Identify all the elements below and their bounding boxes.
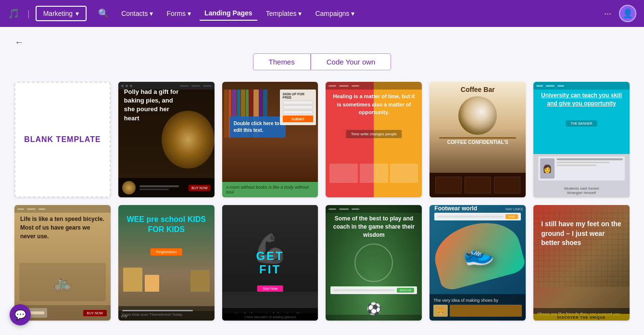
content-area: ← Themes Code Your own BLANK TEMPLATE: [0, 27, 644, 335]
more-options-icon[interactable]: ···: [600, 9, 615, 19]
footwear-title: Footwear world: [434, 205, 477, 212]
templates-chevron-icon: ▾: [298, 10, 302, 17]
university-text: University can teach you skill and give …: [539, 91, 624, 108]
contacts-label: Contacts: [121, 10, 148, 17]
landing-pages-label: Landing Pages: [204, 9, 253, 17]
template-card-university[interactable]: University can teach you skill and give …: [533, 82, 630, 197]
user-avatar[interactable]: 👤: [619, 5, 636, 22]
nav-divider: |: [27, 9, 30, 19]
template-card-book[interactable]: Double click here to edit this text. SIG…: [222, 82, 318, 197]
template-grid: BLANK TEMPLATE Polly had a gift for baki…: [14, 82, 630, 321]
campaigns-chevron-icon: ▾: [351, 10, 354, 17]
campaigns-nav-link[interactable]: Campaigns ▾: [310, 7, 359, 20]
template-card-medical[interactable]: Healing is a matter of time, but it is s…: [326, 82, 422, 197]
tab-themes[interactable]: Themes: [253, 53, 311, 70]
medical-text: Healing is a matter of time, but it is s…: [330, 92, 417, 116]
template-card-bread[interactable]: Polly had a gift for baking pies, and sh…: [118, 82, 215, 197]
kids-title-text: WEE pre school KIDS FOR KIDS: [118, 215, 215, 235]
blank-template-label: BLANK TEMPLATE: [24, 135, 101, 144]
template-card-footwear[interactable]: FIND Footwear world NAV LINKS 👟 The very…: [429, 205, 526, 321]
tab-code-your-own[interactable]: Code Your own: [311, 53, 391, 70]
tab-bar: Themes Code Your own: [14, 53, 630, 70]
template-card-coffee[interactable]: Coffee Bar COFFEE CONFIDENTIAL'S: [429, 82, 526, 197]
shoes-quote-text: I still have my feet on the ground – I j…: [541, 219, 622, 248]
app-logo-icon: 🎵: [8, 8, 20, 19]
landing-pages-nav-link[interactable]: Landing Pages: [200, 6, 257, 21]
marketing-label: Marketing: [43, 10, 73, 17]
template-card-kids[interactable]: WEE pre school KIDS FOR KIDS Registratio…: [118, 205, 215, 321]
template-card-quote[interactable]: Life is like a ten speed bicycle. Most o…: [14, 205, 111, 321]
coffee-title: Coffee Bar: [461, 86, 495, 93]
forms-nav-link[interactable]: Forms ▾: [162, 7, 196, 20]
contacts-chevron-icon: ▾: [150, 10, 153, 17]
forms-chevron-icon: ▾: [188, 10, 191, 17]
templates-label: Templates: [266, 10, 297, 17]
book-bottom-text: A room without books is like a body with…: [226, 185, 315, 194]
template-card-fitness[interactable]: 💪 GET FIT Start Now Your body can stand …: [222, 205, 318, 321]
search-icon[interactable]: 🔍: [98, 8, 109, 19]
chat-bubble-button[interactable]: 💬: [10, 304, 31, 325]
fitness-title-text: GET FIT: [246, 249, 294, 276]
coffee-sublabel: COFFEE CONFIDENTIAL'S: [447, 140, 508, 145]
back-button[interactable]: ←: [14, 37, 24, 48]
campaigns-label: Campaigns: [315, 10, 349, 17]
forms-label: Forms: [166, 10, 186, 17]
marketing-dropdown-button[interactable]: Marketing ▾: [36, 6, 87, 21]
book-overlay-text: Double click here to edit this text.: [234, 120, 282, 134]
marketing-chevron-icon: ▾: [76, 10, 79, 17]
templates-nav-link[interactable]: Templates ▾: [261, 7, 307, 20]
top-navigation: 🎵 | Marketing ▾ 🔍 Contacts ▾ Forms ▾ Lan…: [0, 0, 644, 27]
footwear-bottom-text: The very idea of making shoes by: [433, 298, 522, 303]
chat-icon: 💬: [14, 309, 26, 321]
template-card-shoes-quote[interactable]: I still have my feet on the ground – I j…: [533, 205, 630, 321]
quote-text: Life is like a ten speed bicycle. Most o…: [20, 215, 105, 241]
template-card-soccer[interactable]: Some of the best to play and coach in th…: [326, 205, 422, 321]
contacts-nav-link[interactable]: Contacts ▾: [116, 7, 158, 20]
template-card-blank[interactable]: BLANK TEMPLATE: [14, 82, 111, 197]
soccer-text: Some of the best to play and coach in th…: [331, 215, 416, 239]
